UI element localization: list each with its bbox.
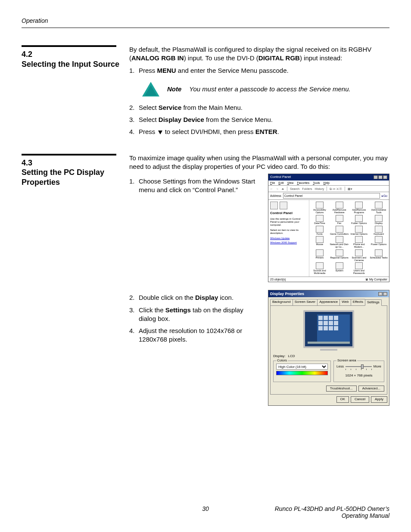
applet-label: Phone and Modem... [350,243,369,249]
applet-icon [375,202,383,208]
applet-icon [375,215,383,222]
maximize-icon[interactable]: □ [378,175,383,179]
applet-icon [316,236,324,243]
control-panel-item[interactable]: Display [369,215,388,225]
control-panel-item[interactable]: Fax [330,215,349,225]
forward-icon[interactable]: → [276,187,279,191]
applet-label: Printers [315,257,324,259]
back-icon[interactable]: ← [270,187,273,191]
control-panel-item[interactable]: Sounds and Multimedia [310,262,329,275]
display-properties-window: Display Properties ? × Background Screen… [268,290,389,406]
history-button[interactable]: History [315,187,324,191]
settings-panel: Display: LCD Colors High Color (16 bit) [270,305,387,395]
applet-icon [355,236,363,243]
menu-bar[interactable]: File Edit View Favorites Tools Help [268,180,389,186]
color-preview [276,371,328,375]
control-panel-item[interactable]: Scheduled Tasks [369,249,388,262]
applet-label: Add/Remove Programs [350,209,369,214]
applet-label: Scheduled Tasks [370,257,387,259]
control-panel-item[interactable]: Accessibility Options [310,202,329,214]
control-panel-item[interactable]: Add/Remove Programs [350,202,369,214]
applet-label: Fonts [317,233,323,236]
page-footer: 30 Runco PL-43DHD and PL-50DHD Owner’s O… [22,505,389,519]
minimize-icon[interactable]: _ [374,175,378,179]
status-bar: 23 object(s) 🖥 My Computer [268,277,389,282]
applet-icon [355,226,363,233]
tab-appearance[interactable]: Appearance [317,299,340,305]
control-panel-item[interactable]: Add/Remove Hardware [330,202,349,214]
control-panel-item[interactable]: Power Options [369,236,388,249]
control-panel-item[interactable]: Folder Options [350,215,369,225]
up-icon[interactable]: ⏶ [281,187,284,191]
cancel-button[interactable]: Cancel [351,396,369,403]
colors-select[interactable]: High Color (16 bit) [276,364,328,370]
close-icon[interactable]: × [383,292,387,296]
tab-screensaver[interactable]: Screen Saver [293,299,318,305]
applet-icon [355,249,363,256]
control-panel-item[interactable]: Users and Passwords [350,262,369,275]
more-label: More [374,364,381,369]
tab-background[interactable]: Background [270,299,293,305]
header-section-label: Operation [22,17,389,24]
blank-icon [280,202,287,209]
tab-effects[interactable]: Effects [351,299,365,305]
tab-bar[interactable]: Background Screen Saver Appearance Web E… [268,297,389,305]
applet-label: Folder Options [351,222,367,225]
applet-label: Mouse [316,243,324,246]
control-panel-item[interactable]: Keyboard [369,226,388,236]
applet-icon [316,215,324,222]
address-input[interactable] [283,193,380,199]
windows-update-link[interactable]: Windows Update [270,236,307,240]
tab-web[interactable]: Web [339,299,351,305]
control-panel-item[interactable]: Network and Dial-up Co... [330,236,349,249]
applet-icon [355,262,363,269]
control-panel-item[interactable]: Date/Time [310,215,329,225]
control-panel-item[interactable]: Scanners and Cameras [350,249,369,262]
control-panel-item[interactable]: Regional Options [330,249,349,262]
screen-area-legend: Screen area [336,358,357,363]
windows-support-link[interactable]: Windows 2000 Support [270,241,307,244]
applet-label: Add/Remove Hardware [330,209,349,214]
help-icon[interactable]: ? [378,292,383,296]
folders-button[interactable]: Folders [302,187,312,191]
section-42-intro: By default, the PlasmaWall is configured… [129,45,389,63]
applet-label: Fax [337,222,341,225]
applet-icon [336,215,343,222]
applet-icon [375,249,383,256]
troubleshoot-button[interactable]: Troubleshoot... [326,386,357,392]
close-icon[interactable]: × [383,175,387,179]
applet-label: Accessibility Options [310,209,329,214]
window-titlebar: Control Panel _ □ × [268,174,389,180]
control-panel-item[interactable]: Phone and Modem... [350,236,369,249]
applet-icon [336,236,343,243]
go-button[interactable]: ▸Go [382,194,387,198]
section-42-heading: 4.2 Selecting the Input Source [22,50,121,69]
section-43-heading: 4.3 Setting the PC Display Properties [22,158,121,187]
control-panel-item[interactable]: Internet Options [350,226,369,236]
colors-legend: Colors [276,358,288,363]
control-panel-item[interactable]: System [330,262,349,275]
control-panel-item[interactable]: Game Controllers [330,226,349,236]
tab-settings[interactable]: Settings [365,299,382,306]
applet-label: Date/Time [314,222,325,225]
search-button[interactable]: Search [290,187,299,191]
ok-button[interactable]: OK [336,396,349,403]
applet-label: Game Controllers [330,233,349,236]
window-titlebar: Display Properties ? × [268,290,389,297]
applet-label: Sounds and Multimedia [310,270,329,275]
advanced-button[interactable]: Advanced... [358,386,384,392]
control-panel-item[interactable]: Mouse [310,236,329,249]
note-block: Note You must enter a passcode to access… [142,82,389,96]
apply-button[interactable]: Apply [371,396,387,403]
applet-label: Network and Dial-up Co... [330,243,349,249]
step-43-1: 1. Choose Settings from the Windows Star… [129,177,260,195]
control-panel-item[interactable]: Fonts [310,226,329,236]
control-panel-item[interactable]: Printers [310,249,329,262]
control-panel-item[interactable]: Administrative Tools [369,202,388,214]
resolution-slider[interactable] [346,364,372,369]
side-panel: Control Panel Use the settings in Contro… [268,200,309,277]
address-bar[interactable]: Address ▸Go [268,192,389,200]
toolbar[interactable]: ← → ⏶ Search Folders History ⧉ ✂ ✕ ⎘ ▦▾ [268,186,389,192]
note-text: You must enter a passcode to access the … [189,85,389,93]
page-number: 30 [144,505,267,519]
